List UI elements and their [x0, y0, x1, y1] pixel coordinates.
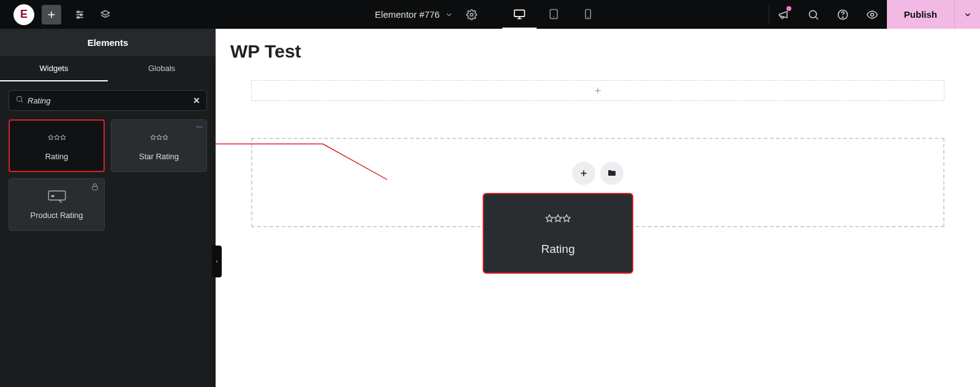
plus-icon: [593, 86, 603, 96]
add-section-strip[interactable]: [251, 80, 944, 101]
pro-badge-icon: ⁓: [195, 122, 203, 131]
page-settings-button[interactable]: [462, 5, 481, 24]
editor-canvas: WP Test Drag widget here: [216, 29, 980, 387]
topbar-left-group: E: [0, 4, 115, 25]
widget-rating[interactable]: Rating: [9, 119, 105, 172]
drag-preview-label: Rating: [541, 242, 575, 256]
mobile-icon: [582, 8, 594, 20]
page-title: WP Test: [216, 29, 980, 69]
stars-icon: [150, 131, 168, 146]
clear-search-button[interactable]: ✕: [193, 96, 200, 105]
svg-point-6: [80, 13, 82, 15]
widget-product-rating[interactable]: Product Rating: [9, 178, 105, 231]
device-desktop-button[interactable]: [502, 0, 537, 29]
svg-rect-10: [514, 10, 525, 17]
eye-icon: [866, 9, 878, 21]
layers-icon: [100, 9, 111, 20]
widget-star-rating[interactable]: ⁓ Star Rating: [111, 119, 207, 172]
site-settings-button[interactable]: [70, 5, 89, 24]
publish-button[interactable]: Publish: [887, 0, 954, 29]
sliders-icon: [74, 9, 85, 20]
folder-icon: [607, 168, 617, 178]
product-rating-icon: [48, 190, 66, 205]
responsive-device-group: [502, 0, 605, 29]
widget-label: Product Rating: [31, 211, 83, 220]
lock-icon: [91, 182, 99, 193]
megaphone-icon: [778, 9, 790, 21]
add-element-button[interactable]: [42, 5, 61, 24]
device-tablet-button[interactable]: [537, 0, 571, 29]
search-icon: [15, 95, 24, 106]
elements-panel: Elements Widgets Globals ✕ Rating ⁓: [0, 29, 216, 387]
chevron-left-icon: [214, 258, 219, 265]
device-mobile-button[interactable]: [571, 0, 605, 29]
panel-title: Elements: [0, 29, 216, 56]
svg-point-5: [77, 11, 79, 13]
drag-preview-card: Rating: [483, 193, 633, 274]
desktop-icon: [513, 8, 526, 20]
document-switcher[interactable]: Elementor #776: [375, 9, 453, 20]
svg-point-21: [870, 13, 873, 16]
widget-search-input[interactable]: [28, 96, 193, 105]
plus-icon: [579, 168, 589, 178]
svg-line-18: [816, 17, 818, 19]
help-icon: [837, 9, 849, 21]
main-layout: Elements Widgets Globals ✕ Rating ⁓: [0, 29, 980, 387]
widget-label: Rating: [45, 152, 69, 161]
add-template-button[interactable]: [600, 162, 624, 185]
widget-grid: Rating ⁓ Star Rating Product Rating: [0, 119, 216, 231]
collapse-panel-handle[interactable]: [212, 246, 222, 277]
drop-zone-actions: [572, 162, 624, 185]
panel-tabs: Widgets Globals: [0, 56, 216, 81]
svg-point-20: [842, 17, 843, 17]
tab-globals[interactable]: Globals: [108, 56, 216, 81]
stars-icon: [545, 211, 571, 231]
topbar-right-group: Publish: [769, 0, 980, 29]
stars-icon: [48, 131, 66, 146]
svg-point-7: [77, 17, 79, 18]
document-title: Elementor #776: [375, 9, 440, 20]
topbar-center-group: Elementor #776: [375, 0, 605, 29]
svg-rect-25: [48, 190, 66, 200]
tab-widgets[interactable]: Widgets: [0, 56, 108, 81]
publish-options-button[interactable]: [954, 0, 980, 29]
topbar: E Elementor #776: [0, 0, 980, 29]
add-widget-button[interactable]: [572, 162, 595, 185]
svg-point-9: [470, 13, 473, 16]
widget-search[interactable]: ✕: [9, 90, 207, 111]
svg-marker-8: [101, 10, 110, 15]
search-icon: [807, 9, 820, 21]
svg-point-17: [809, 10, 816, 18]
widget-label: Star Rating: [139, 152, 179, 161]
chevron-down-icon: [445, 10, 453, 19]
chevron-down-icon: [963, 10, 972, 19]
svg-line-23: [21, 101, 23, 103]
notifications-button[interactable]: [769, 0, 799, 29]
elementor-logo[interactable]: E: [13, 4, 34, 25]
gear-icon: [466, 9, 477, 20]
preview-button[interactable]: [858, 0, 887, 29]
structure-button[interactable]: [96, 5, 115, 24]
svg-rect-24: [92, 186, 97, 190]
search-wrap: ✕: [0, 81, 216, 119]
help-button[interactable]: [828, 0, 858, 29]
plus-icon: [46, 9, 57, 20]
tablet-icon: [548, 8, 560, 20]
svg-point-22: [17, 96, 21, 101]
finder-button[interactable]: [799, 0, 828, 29]
